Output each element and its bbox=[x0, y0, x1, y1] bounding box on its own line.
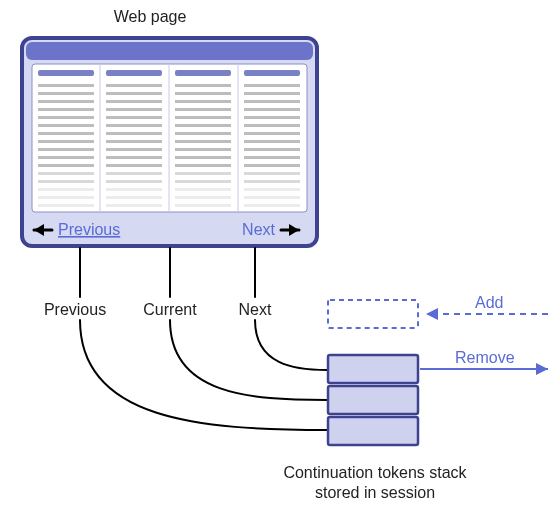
svg-rect-14 bbox=[244, 92, 300, 95]
svg-rect-25 bbox=[175, 116, 231, 119]
svg-rect-9 bbox=[175, 84, 231, 87]
svg-rect-22 bbox=[244, 108, 300, 111]
svg-rect-63 bbox=[38, 196, 94, 199]
stack-slot-middle bbox=[328, 386, 418, 414]
next-link[interactable]: Next bbox=[242, 221, 275, 238]
svg-rect-49 bbox=[175, 164, 231, 167]
svg-rect-13 bbox=[175, 92, 231, 95]
svg-rect-8 bbox=[106, 84, 162, 87]
svg-rect-54 bbox=[244, 172, 300, 175]
svg-rect-37 bbox=[175, 140, 231, 143]
svg-rect-68 bbox=[106, 204, 162, 207]
svg-rect-70 bbox=[244, 204, 300, 207]
web-page-window: Previous Next bbox=[22, 38, 317, 246]
svg-rect-19 bbox=[38, 108, 94, 111]
connector-label-prev: Previous bbox=[44, 301, 106, 318]
add-arrow: Add bbox=[426, 294, 548, 320]
svg-rect-6 bbox=[244, 70, 300, 76]
connector-label-current: Current bbox=[143, 301, 197, 318]
svg-rect-3 bbox=[38, 70, 94, 76]
remove-arrow: Remove bbox=[420, 349, 548, 375]
svg-rect-26 bbox=[244, 116, 300, 119]
svg-rect-69 bbox=[175, 204, 231, 207]
svg-rect-15 bbox=[38, 100, 94, 103]
svg-rect-36 bbox=[106, 140, 162, 143]
svg-rect-42 bbox=[244, 148, 300, 151]
svg-rect-61 bbox=[175, 188, 231, 191]
svg-rect-40 bbox=[106, 148, 162, 151]
svg-rect-45 bbox=[175, 156, 231, 159]
svg-rect-33 bbox=[175, 132, 231, 135]
add-label: Add bbox=[475, 294, 503, 311]
svg-rect-62 bbox=[244, 188, 300, 191]
svg-rect-52 bbox=[106, 172, 162, 175]
svg-rect-17 bbox=[175, 100, 231, 103]
svg-rect-29 bbox=[175, 124, 231, 127]
svg-rect-50 bbox=[244, 164, 300, 167]
svg-rect-16 bbox=[106, 100, 162, 103]
svg-rect-32 bbox=[106, 132, 162, 135]
svg-rect-39 bbox=[38, 148, 94, 151]
svg-rect-53 bbox=[175, 172, 231, 175]
prev-link[interactable]: Previous bbox=[58, 221, 120, 238]
stack-slot-add bbox=[328, 300, 418, 328]
svg-rect-41 bbox=[175, 148, 231, 151]
svg-rect-20 bbox=[106, 108, 162, 111]
svg-rect-31 bbox=[38, 132, 94, 135]
svg-rect-44 bbox=[106, 156, 162, 159]
svg-rect-55 bbox=[38, 180, 94, 183]
svg-rect-10 bbox=[244, 84, 300, 87]
svg-rect-38 bbox=[244, 140, 300, 143]
svg-rect-56 bbox=[106, 180, 162, 183]
svg-rect-4 bbox=[106, 70, 162, 76]
svg-rect-24 bbox=[106, 116, 162, 119]
svg-rect-65 bbox=[175, 196, 231, 199]
svg-rect-35 bbox=[38, 140, 94, 143]
stack-caption-2: stored in session bbox=[315, 484, 435, 501]
connectors bbox=[80, 248, 327, 430]
svg-rect-60 bbox=[106, 188, 162, 191]
svg-rect-51 bbox=[38, 172, 94, 175]
svg-rect-46 bbox=[244, 156, 300, 159]
svg-rect-30 bbox=[244, 124, 300, 127]
window-titlebar bbox=[26, 42, 313, 60]
svg-rect-66 bbox=[244, 196, 300, 199]
svg-marker-76 bbox=[426, 308, 438, 320]
svg-rect-57 bbox=[175, 180, 231, 183]
token-stack bbox=[328, 300, 418, 445]
connector-label-next: Next bbox=[239, 301, 272, 318]
svg-rect-18 bbox=[244, 100, 300, 103]
stack-slot-top bbox=[328, 355, 418, 383]
svg-rect-5 bbox=[175, 70, 231, 76]
svg-rect-27 bbox=[38, 124, 94, 127]
svg-rect-48 bbox=[106, 164, 162, 167]
svg-rect-11 bbox=[38, 92, 94, 95]
svg-marker-78 bbox=[536, 363, 548, 375]
svg-rect-67 bbox=[38, 204, 94, 207]
svg-rect-43 bbox=[38, 156, 94, 159]
remove-label: Remove bbox=[455, 349, 515, 366]
svg-rect-64 bbox=[106, 196, 162, 199]
svg-rect-21 bbox=[175, 108, 231, 111]
svg-rect-58 bbox=[244, 180, 300, 183]
svg-rect-47 bbox=[38, 164, 94, 167]
stack-caption-1: Continuation tokens stack bbox=[283, 464, 467, 481]
svg-rect-12 bbox=[106, 92, 162, 95]
svg-rect-23 bbox=[38, 116, 94, 119]
svg-rect-34 bbox=[244, 132, 300, 135]
stack-slot-bottom bbox=[328, 417, 418, 445]
svg-rect-28 bbox=[106, 124, 162, 127]
diagram-title: Web page bbox=[114, 8, 187, 25]
svg-rect-7 bbox=[38, 84, 94, 87]
svg-rect-59 bbox=[38, 188, 94, 191]
